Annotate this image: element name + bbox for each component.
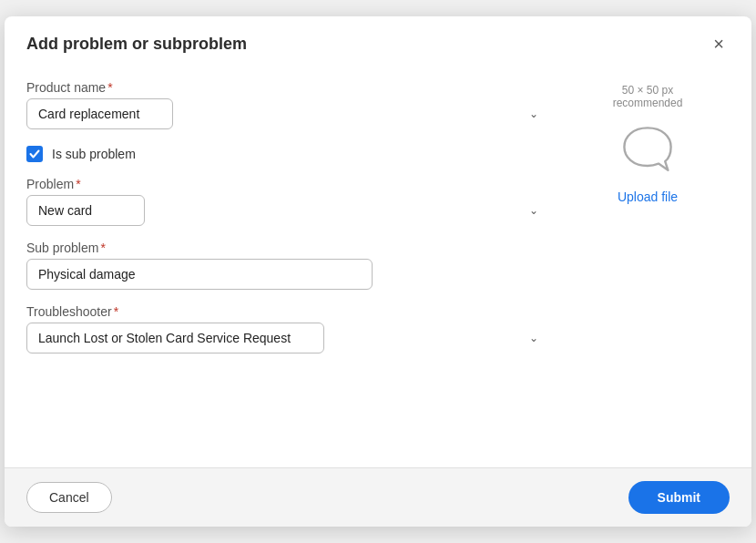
troubleshooter-label: Troubleshooter* <box>26 304 547 319</box>
sub-problem-group: Sub problem* <box>26 241 547 290</box>
dialog-footer: Cancel Submit <box>5 467 751 527</box>
chevron-down-icon: ⌄ <box>529 332 538 344</box>
submit-button[interactable]: Submit <box>628 481 730 514</box>
is-sub-problem-checkbox[interactable] <box>26 146 43 162</box>
upload-file-link[interactable]: Upload file <box>618 190 678 204</box>
product-name-label: Product name* <box>26 80 547 95</box>
troubleshooter-select[interactable]: Launch Lost or Stolen Card Service Reque… <box>26 323 324 353</box>
troubleshooter-select-wrapper: Launch Lost or Stolen Card Service Reque… <box>26 323 547 353</box>
product-name-group: Product name* Card replacement ⌄ <box>26 80 547 129</box>
add-problem-dialog: Add problem or subproblem × Product name… <box>5 16 751 527</box>
cancel-button[interactable]: Cancel <box>26 482 112 513</box>
dialog-body: Product name* Card replacement ⌄ Is sub … <box>5 66 751 467</box>
speech-bubble-icon <box>618 122 677 177</box>
chevron-down-icon: ⌄ <box>529 204 538 217</box>
sub-problem-input[interactable] <box>26 259 373 290</box>
chevron-down-icon: ⌄ <box>529 108 538 120</box>
form-section: Product name* Card replacement ⌄ Is sub … <box>26 80 547 453</box>
troubleshooter-group: Troubleshooter* Launch Lost or Stolen Ca… <box>26 304 547 353</box>
dialog-header: Add problem or subproblem × <box>5 16 751 66</box>
problem-label: Problem* <box>26 177 547 191</box>
sub-problem-label: Sub problem* <box>26 241 547 255</box>
problem-select[interactable]: New card <box>26 195 145 226</box>
is-sub-problem-row: Is sub problem <box>26 146 547 162</box>
close-button[interactable]: × <box>708 33 730 55</box>
is-sub-problem-label: Is sub problem <box>52 147 136 161</box>
image-placeholder <box>615 117 680 182</box>
image-hint: 50 × 50 pxrecommended <box>613 84 683 109</box>
product-name-select[interactable]: Card replacement <box>26 98 173 129</box>
problem-group: Problem* New card ⌄ <box>26 177 547 226</box>
dialog-title: Add problem or subproblem <box>26 35 247 54</box>
product-name-select-wrapper: Card replacement ⌄ <box>26 98 547 129</box>
image-section: 50 × 50 pxrecommended Upload file <box>566 80 730 453</box>
checkmark-icon <box>29 149 40 159</box>
problem-select-wrapper: New card ⌄ <box>26 195 547 226</box>
